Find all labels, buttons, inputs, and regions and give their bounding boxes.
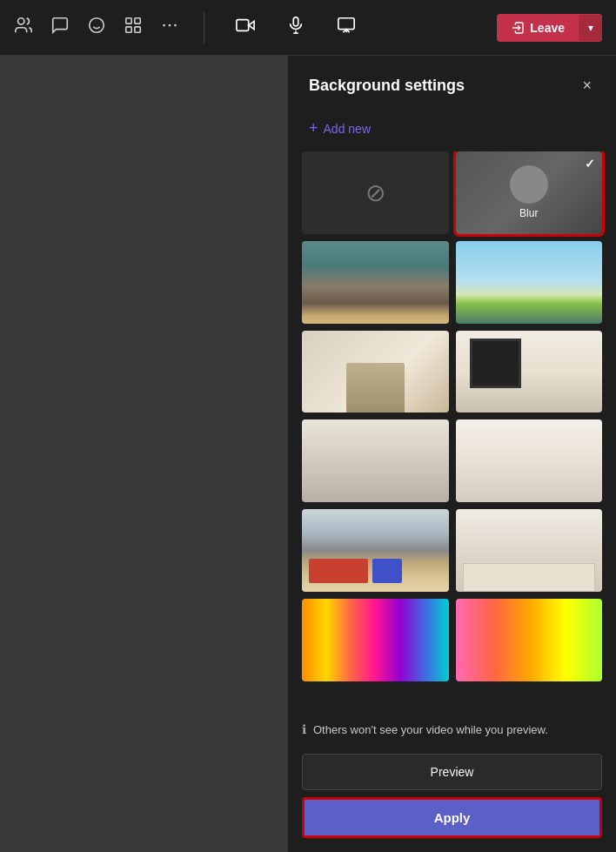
share-button[interactable] [330, 9, 363, 46]
info-bar: ℹ Others won't see your video while you … [288, 712, 616, 747]
bg-scene2-item[interactable]: ✓ [456, 241, 603, 324]
preview-button[interactable]: Preview [302, 754, 602, 790]
leave-button-group[interactable]: Leave ▾ [497, 14, 602, 42]
blur-avatar [510, 165, 548, 204]
react-icon[interactable] [87, 16, 106, 39]
info-icon: ℹ [302, 722, 306, 736]
toolbar: Leave ▾ [0, 0, 616, 56]
bg-scene4-item[interactable]: ✓ [456, 331, 603, 413]
bg-scene7-item[interactable]: ✓ [302, 509, 449, 592]
bg-scene1-item[interactable]: ✓ [302, 241, 449, 324]
svg-marker-11 [249, 21, 254, 29]
toolbar-separator [204, 12, 204, 44]
chat-icon[interactable] [50, 16, 70, 39]
bg-panel: Background settings × + Add new ⊘ ✓ Blur [288, 56, 616, 852]
svg-point-8 [163, 24, 165, 27]
mic-button[interactable] [279, 9, 312, 46]
side-panel: Background settings × + Add new ⊘ ✓ Blur [287, 56, 616, 852]
bg-panel-title: Background settings [309, 77, 465, 95]
apply-button[interactable]: Apply [302, 797, 602, 838]
add-new-label: Add new [324, 122, 371, 136]
leave-button[interactable]: Leave [497, 14, 579, 42]
blur-checkmark: ✓ [585, 157, 595, 171]
svg-rect-7 [135, 27, 140, 32]
action-buttons: Preview Apply [288, 747, 616, 852]
svg-point-10 [174, 24, 177, 27]
people-icon[interactable] [14, 16, 33, 39]
bg-blur-item[interactable]: Blur ✓ [456, 151, 603, 234]
blur-label: Blur [519, 207, 538, 219]
svg-point-9 [169, 24, 171, 27]
add-new-icon: + [309, 119, 318, 138]
grid-icon[interactable] [124, 16, 143, 39]
bg-grid: ⊘ ✓ Blur ✓ ✓ ✓ [288, 151, 616, 712]
svg-rect-13 [293, 17, 298, 26]
bg-none-item[interactable]: ⊘ ✓ [302, 151, 449, 234]
add-new-row[interactable]: + Add new [288, 112, 616, 151]
bg-gradient1-item[interactable]: ✓ [302, 599, 449, 681]
bg-scene5-item[interactable]: ✓ [302, 419, 449, 502]
video-area [0, 56, 287, 852]
leave-dropdown-button[interactable]: ▾ [579, 15, 602, 41]
svg-rect-12 [237, 20, 249, 31]
svg-rect-4 [126, 18, 131, 23]
no-bg-icon: ⊘ [365, 178, 385, 207]
bg-gradient2-item[interactable]: ✓ [456, 599, 603, 681]
bg-scene3-item[interactable]: ✓ [302, 331, 449, 413]
close-button[interactable]: × [579, 73, 595, 98]
toolbar-left [14, 9, 497, 46]
info-text: Others won't see your video while you pr… [313, 723, 548, 736]
main-content: Background settings × + Add new ⊘ ✓ Blur [0, 56, 616, 852]
bg-scene6-item[interactable]: ✓ [456, 419, 603, 502]
bg-scene8-item[interactable]: ✓ [456, 509, 603, 592]
svg-rect-5 [135, 18, 140, 23]
svg-point-1 [90, 18, 104, 33]
leave-label: Leave [530, 21, 565, 35]
toolbar-right: Leave ▾ [497, 14, 602, 42]
video-button[interactable] [229, 9, 262, 46]
svg-point-0 [18, 18, 24, 24]
bg-panel-header: Background settings × [288, 56, 616, 112]
more-icon[interactable] [160, 16, 179, 39]
svg-rect-6 [126, 27, 131, 32]
svg-rect-16 [338, 18, 354, 30]
